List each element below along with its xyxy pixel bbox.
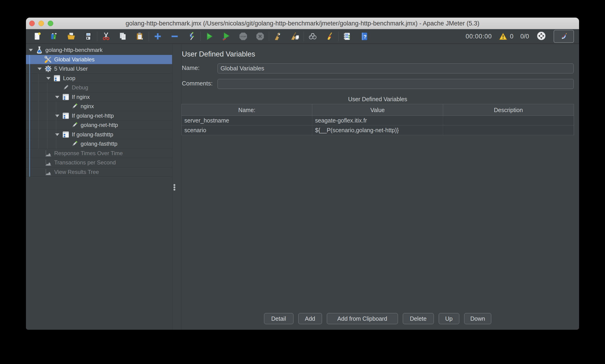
toolbar: 00:00:00 0 0/0 xyxy=(26,29,579,44)
help-icon[interactable] xyxy=(359,31,369,41)
tree-item-global-variables[interactable]: Global Variables xyxy=(26,55,172,64)
toolbar-status: 00:00:00 0 0/0 xyxy=(466,30,576,43)
warning-count: 0 xyxy=(510,33,513,40)
add-button[interactable]: Add xyxy=(298,313,322,324)
clear-icon[interactable] xyxy=(273,31,283,41)
http-sampler-icon xyxy=(70,121,79,129)
up-button[interactable]: Up xyxy=(439,313,459,324)
column-header-value[interactable]: Value xyxy=(312,104,443,116)
page-title: User Defined Variables xyxy=(182,50,255,58)
tree-item-golang-fasthttp[interactable]: golang-fasthttp xyxy=(26,139,172,149)
table-row: server_hostname seagate-goflex.itix.fr xyxy=(182,116,574,126)
variables-table: Name: Value Description server_hostname … xyxy=(181,104,574,135)
comments-label: Comments: xyxy=(182,80,213,87)
user-defined-variables-icon xyxy=(44,55,52,64)
window-title: golang-http-benchmark.jmx (/Users/nicola… xyxy=(72,18,533,29)
templates-icon[interactable] xyxy=(49,31,60,41)
detail-button[interactable]: Detail xyxy=(264,313,293,324)
splitter-grip[interactable] xyxy=(173,186,175,188)
chevron-down-icon[interactable] xyxy=(29,49,33,52)
plugins-manager-button[interactable] xyxy=(553,30,574,43)
shutdown-icon[interactable] xyxy=(255,31,265,41)
column-header-name[interactable]: Name: xyxy=(182,104,312,116)
cell-variable-value[interactable]: ${__P(scenario,golang-net-http)} xyxy=(312,126,443,135)
desktop-background: golang-http-benchmark.jmx (/Users/nicola… xyxy=(0,0,605,364)
elapsed-timer: 00:00:00 xyxy=(466,33,492,40)
name-input[interactable]: Global Variables xyxy=(218,64,574,73)
reset-search-icon[interactable] xyxy=(325,31,335,41)
down-button[interactable]: Down xyxy=(464,313,491,324)
table-action-buttons: Detail Add Add from Clipboard Delete Up … xyxy=(181,313,574,324)
jmeter-window: golang-http-benchmark.jmx (/Users/nicola… xyxy=(26,18,579,330)
remove-icon[interactable] xyxy=(170,31,180,41)
add-icon[interactable] xyxy=(153,31,163,41)
tree-item-nginx[interactable]: nginx xyxy=(26,102,172,111)
test-plan-tree[interactable]: golang-http-benchmark Global Variables 5… xyxy=(26,44,172,330)
panel-divider[interactable] xyxy=(181,44,181,330)
comments-input[interactable] xyxy=(218,79,574,89)
zoom-button[interactable] xyxy=(48,21,53,26)
tree-item-transactions-per-second[interactable]: Transactions per Second xyxy=(26,158,172,168)
column-header-description[interactable]: Description xyxy=(443,104,574,116)
listener-chart-icon xyxy=(44,168,52,176)
tree-item-response-times-over-time[interactable]: Response Times Over Time xyxy=(26,149,172,158)
copy-icon[interactable] xyxy=(118,31,128,41)
stop-icon[interactable] xyxy=(238,31,248,41)
tree-item-if-golang-net-http[interactable]: If golang-net-http xyxy=(26,111,172,121)
tree-item-test-plan[interactable]: golang-http-benchmark xyxy=(26,45,172,55)
http-sampler-icon xyxy=(70,140,79,148)
warning-indicator[interactable]: 0 xyxy=(499,32,513,41)
cell-variable-value[interactable]: seagate-goflex.itix.fr xyxy=(312,116,443,125)
delete-button[interactable]: Delete xyxy=(403,313,434,324)
tree-item-golang-net-http[interactable]: golang-net-http xyxy=(26,120,172,130)
content-area: golang-http-benchmark Global Variables 5… xyxy=(26,44,579,330)
remote-sphere-icon[interactable] xyxy=(536,31,547,42)
open-file-icon[interactable] xyxy=(66,31,77,41)
chevron-down-icon[interactable] xyxy=(38,68,42,70)
cell-variable-description[interactable] xyxy=(443,126,574,135)
title-bar[interactable]: golang-http-benchmark.jmx (/Users/nicola… xyxy=(26,18,579,29)
plugins-manager-icon xyxy=(559,32,568,41)
tree-item-view-results-tree[interactable]: View Results Tree xyxy=(26,168,172,177)
cell-variable-description[interactable] xyxy=(443,116,574,125)
tree-item-loop[interactable]: Loop xyxy=(26,74,172,83)
function-helper-icon[interactable] xyxy=(342,31,353,41)
search-icon[interactable] xyxy=(308,31,318,41)
tree-item-if-nginx[interactable]: If nginx xyxy=(26,92,172,102)
chevron-down-icon[interactable] xyxy=(55,133,59,136)
start-no-pauses-icon[interactable] xyxy=(221,31,231,41)
thread-count: 0/0 xyxy=(520,33,529,40)
table-row: scenario ${__P(scenario,golang-net-http)… xyxy=(182,126,574,135)
table-header-row: Name: Value Description xyxy=(182,104,574,116)
apply-updates-icon[interactable] xyxy=(186,31,197,41)
minimize-button[interactable] xyxy=(39,21,44,26)
start-icon[interactable] xyxy=(204,31,214,41)
add-from-clipboard-button[interactable]: Add from Clipboard xyxy=(327,313,398,324)
chevron-down-icon[interactable] xyxy=(46,77,51,80)
http-sampler-icon xyxy=(70,102,79,110)
if-controller-icon xyxy=(62,93,70,101)
tree-item-if-golang-fasthttp[interactable]: If golang-fasthttp xyxy=(26,130,172,139)
warning-icon xyxy=(499,32,508,41)
splitter-grip[interactable] xyxy=(173,184,175,186)
chevron-down-icon[interactable] xyxy=(55,96,59,98)
save-icon[interactable] xyxy=(83,31,93,41)
paste-icon[interactable] xyxy=(135,31,145,41)
listener-chart-icon xyxy=(44,149,52,157)
table-caption: User Defined Variables xyxy=(181,96,574,103)
splitter-grip[interactable] xyxy=(173,189,175,191)
cell-variable-name[interactable]: server_hostname xyxy=(182,116,312,125)
test-plan-icon xyxy=(35,46,43,54)
tree-item-debug[interactable]: Debug xyxy=(26,83,172,92)
close-button[interactable] xyxy=(29,21,35,26)
cell-variable-name[interactable]: scenario xyxy=(182,126,312,135)
debug-sampler-icon xyxy=(62,83,70,92)
tree-item-thread-group[interactable]: 5 Virtual User xyxy=(26,64,172,74)
traffic-lights xyxy=(29,21,53,26)
cut-icon[interactable] xyxy=(101,31,111,41)
clear-all-icon[interactable] xyxy=(290,31,300,41)
if-controller-icon xyxy=(62,112,70,120)
if-controller-icon xyxy=(62,130,70,139)
chevron-down-icon[interactable] xyxy=(55,115,59,117)
new-file-icon[interactable] xyxy=(32,31,43,41)
